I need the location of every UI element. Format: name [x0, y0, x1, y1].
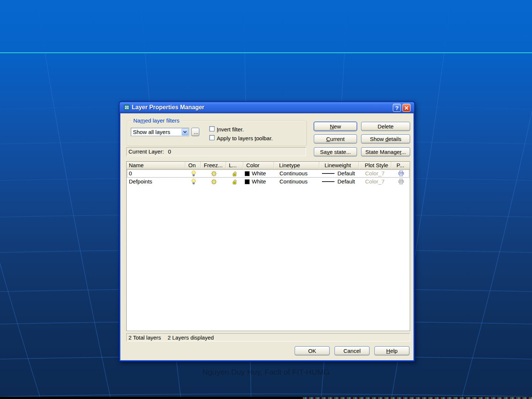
lineweight-sample: [322, 181, 334, 182]
layers-displayed-text: 2 Layers displayed: [168, 334, 214, 341]
titlebar-help-button[interactable]: ?: [393, 104, 401, 112]
bottom-edge-noise: [303, 397, 532, 399]
invert-filter-label[interactable]: Invert filter.: [217, 126, 244, 133]
layer-list: Name On Freez... L... Color Linetype Lin…: [126, 161, 410, 331]
dialog-title: Layer Properties Manager: [132, 104, 205, 111]
layer-list-header: Name On Freez... L... Color Linetype Lin…: [127, 162, 410, 169]
lightbulb-icon[interactable]: [186, 169, 201, 178]
column-header-freeze[interactable]: Freez...: [201, 162, 226, 169]
open-padlock-icon[interactable]: [226, 169, 244, 178]
column-header-lineweight[interactable]: Lineweight: [319, 162, 359, 169]
lightbulb-icon[interactable]: [186, 178, 201, 186]
current-layer-panel: Current Layer: 0: [126, 147, 306, 156]
layer-plot-style: Color_7: [359, 169, 392, 178]
column-header-plot[interactable]: P...: [391, 162, 410, 169]
layer-filter-combobox[interactable]: Show all layers: [131, 128, 189, 136]
layer-linetype[interactable]: Continuous: [274, 178, 320, 186]
layer-properties-dialog: Layer Properties Manager ? ✕ Named layer…: [119, 101, 415, 362]
total-layers-text: 2 Total layers: [128, 334, 161, 341]
column-header-lock[interactable]: L...: [226, 162, 243, 169]
layer-plot-style: Color_7: [359, 178, 392, 186]
column-header-on[interactable]: On: [185, 162, 201, 169]
color-swatch[interactable]: [245, 179, 250, 184]
save-state-button[interactable]: Save state...: [314, 147, 357, 156]
invert-filter-checkbox[interactable]: [209, 126, 214, 131]
column-header-linetype[interactable]: Linetype: [274, 162, 319, 169]
horizon-line: [0, 52, 532, 53]
column-header-color[interactable]: Color: [243, 162, 274, 169]
layer-name[interactable]: 0: [127, 169, 186, 178]
column-header-plot-style[interactable]: Plot Style: [359, 162, 391, 169]
state-manager-button[interactable]: State Manager...: [361, 147, 410, 156]
apply-to-layers-toolbar-checkbox[interactable]: [209, 135, 214, 140]
dialog-client-area: Named layer filters Show all layers ... …: [120, 113, 413, 360]
lineweight-sample: [322, 173, 334, 174]
layer-lineweight[interactable]: Default: [320, 178, 359, 186]
table-row-layer-0[interactable]: 0 White Continuous Default Color_7: [127, 169, 409, 178]
layer-linetype[interactable]: Continuous: [274, 169, 320, 178]
sun-icon[interactable]: [201, 178, 226, 186]
dialog-titlebar[interactable]: Layer Properties Manager ? ✕: [120, 102, 414, 113]
named-layer-filters-label: Named layer filters: [132, 117, 181, 124]
chevron-down-icon[interactable]: [182, 128, 188, 135]
delete-button[interactable]: Delete: [361, 122, 410, 131]
ok-button[interactable]: OK: [295, 346, 330, 355]
layer-color-cell[interactable]: White: [244, 178, 274, 186]
printer-icon[interactable]: [392, 169, 410, 178]
sun-icon[interactable]: [201, 169, 226, 178]
color-swatch[interactable]: [245, 171, 250, 176]
table-row-layer-defpoints[interactable]: Defpoints White Continuous Default Color…: [127, 178, 409, 186]
help-button[interactable]: Help: [374, 346, 409, 355]
layer-filter-selected-value: Show all layers: [133, 129, 170, 135]
titlebar-close-button[interactable]: ✕: [402, 104, 411, 112]
layer-name[interactable]: Defpoints: [127, 178, 186, 186]
printer-icon[interactable]: [392, 178, 410, 186]
browse-filters-button[interactable]: ...: [191, 128, 199, 136]
current-button[interactable]: Current: [314, 134, 357, 144]
open-padlock-icon[interactable]: [226, 178, 244, 186]
current-layer-value: 0: [168, 148, 171, 155]
status-panel: 2 Total layers 2 Layers displayed: [126, 333, 410, 341]
cancel-button[interactable]: Cancel: [334, 346, 370, 355]
current-layer-label: Current Layer:: [128, 148, 164, 155]
layer-color-cell[interactable]: White: [244, 169, 274, 178]
column-header-name[interactable]: Name: [127, 162, 185, 169]
slide-background: Nguyen Duy Huy, Faclt of FIT-HUMG Layer …: [0, 0, 532, 399]
layers-window-icon: [124, 104, 130, 111]
apply-to-layers-toolbar-label[interactable]: Apply to layers toolbar.: [217, 135, 273, 141]
layer-lineweight[interactable]: Default: [320, 169, 359, 178]
show-details-button[interactable]: Show details: [361, 134, 410, 144]
slide-credit-text: Nguyen Duy Huy, Faclt of FIT-HUMG: [0, 368, 532, 376]
new-button[interactable]: New: [314, 122, 357, 131]
